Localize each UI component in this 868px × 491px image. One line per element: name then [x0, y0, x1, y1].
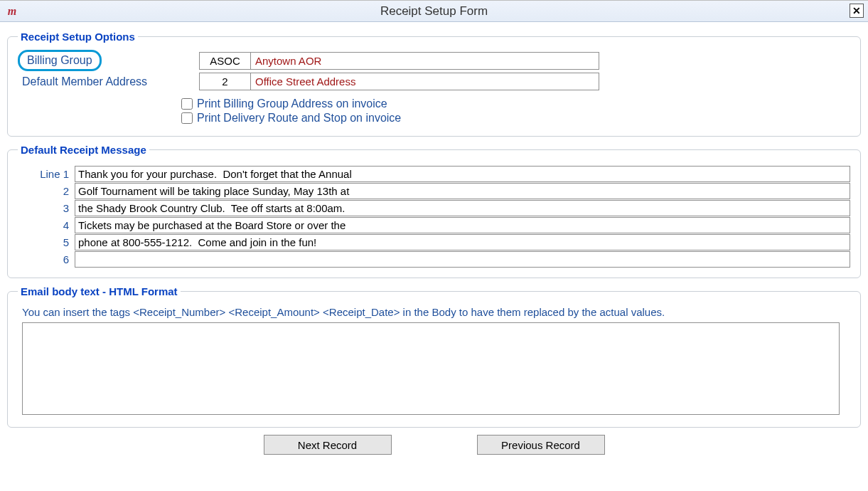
msg-label-2: 2 [18, 183, 75, 199]
close-icon: ✕ [852, 6, 861, 16]
default-member-desc[interactable]: Office Street Address [251, 73, 599, 90]
options-checkboxes: Print Billing Group Address on invoice P… [181, 97, 850, 125]
chk-print-delivery-row[interactable]: Print Delivery Route and Stop on invoice [181, 112, 850, 125]
message-grid: Line 1 2 3 4 5 6 [18, 166, 850, 268]
msg-label-4: 4 [18, 217, 75, 233]
default-member-label: Default Member Address [18, 75, 199, 88]
chk-print-delivery[interactable] [181, 112, 193, 124]
msg-label-1: Line 1 [18, 166, 75, 182]
msg-label-3: 3 [18, 200, 75, 216]
section-default-message: Default Receipt Message Line 1 2 3 4 5 6 [7, 144, 861, 278]
nav-button-row: Next Record Previous Record [7, 435, 861, 455]
close-button[interactable]: ✕ [850, 4, 864, 18]
billing-group-code[interactable]: ASOC [200, 52, 251, 69]
next-record-button[interactable]: Next Record [264, 435, 392, 455]
billing-group-table: ASOC Anytown AOR [199, 52, 599, 70]
app-icon: m [6, 5, 18, 18]
section-title-email: Email body text - HTML Format [18, 285, 181, 297]
window-title: Receipt Setup Form [0, 4, 868, 19]
billing-group-label[interactable]: Billing Group [18, 50, 102, 71]
email-hint: You can insert the tags <Receipt_Number>… [22, 306, 850, 318]
email-body-input[interactable] [22, 322, 840, 415]
section-title-options: Receipt Setup Options [18, 31, 138, 43]
default-member-table: 2 Office Street Address [199, 73, 599, 90]
chk-print-delivery-label: Print Delivery Route and Stop on invoice [197, 112, 401, 125]
msg-line-1[interactable] [75, 166, 850, 182]
section-receipt-options: Receipt Setup Options Billing Group ASOC… [7, 31, 861, 137]
msg-label-5: 5 [18, 234, 75, 250]
msg-line-4[interactable] [75, 217, 850, 233]
previous-record-button[interactable]: Previous Record [477, 435, 605, 455]
chk-print-billing-label: Print Billing Group Address on invoice [197, 97, 387, 110]
chk-print-billing[interactable] [181, 98, 193, 110]
msg-line-3[interactable] [75, 200, 850, 216]
receipt-setup-window: m Receipt Setup Form ✕ Receipt Setup Opt… [0, 0, 868, 491]
default-member-code[interactable]: 2 [200, 73, 251, 90]
billing-group-label-col: Billing Group [18, 50, 199, 71]
msg-line-5[interactable] [75, 234, 850, 250]
titlebar: m Receipt Setup Form ✕ [0, 1, 868, 22]
msg-line-2[interactable] [75, 183, 850, 199]
chk-print-billing-row[interactable]: Print Billing Group Address on invoice [181, 97, 850, 110]
section-email-body: Email body text - HTML Format You can in… [7, 285, 861, 428]
section-title-message: Default Receipt Message [18, 144, 149, 156]
msg-line-6[interactable] [75, 251, 850, 268]
msg-label-6: 6 [18, 251, 75, 268]
billing-group-desc[interactable]: Anytown AOR [251, 52, 599, 69]
window-body: Receipt Setup Options Billing Group ASOC… [0, 22, 868, 460]
